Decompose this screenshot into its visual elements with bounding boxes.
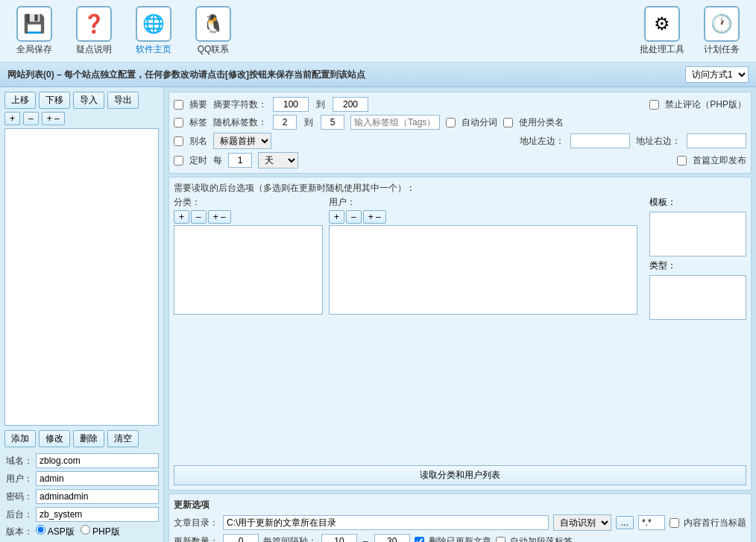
alias-checkbox[interactable] [174, 136, 183, 146]
asp-radio[interactable] [36, 525, 45, 535]
add-site-btn[interactable]: 添加 [4, 430, 36, 447]
title-first-checkbox[interactable] [670, 518, 679, 528]
addr-left-input[interactable] [570, 133, 630, 148]
count-row: 更新数量： 每篇间隔秒： – 删除已更新文章 自动加段落标签 [174, 534, 746, 542]
type-list[interactable] [649, 275, 746, 320]
user-remove-btn[interactable]: – [346, 210, 362, 224]
alias-select[interactable]: 标题首拼 自定义 [213, 133, 271, 149]
timer-value-input[interactable] [228, 153, 252, 168]
backend-label: 后台： [4, 508, 33, 521]
category-list[interactable] [174, 225, 323, 315]
addremove-icon-btn[interactable]: + – [42, 112, 65, 125]
batch-btn[interactable]: ⚙ 批处理工具 [640, 6, 684, 56]
php-radio-label[interactable]: PHP版 [81, 525, 120, 538]
remove-icon-btn[interactable]: – [23, 112, 39, 125]
interval-to-input[interactable] [374, 534, 410, 542]
auto-segment-checkbox[interactable] [446, 118, 456, 127]
home-btn[interactable]: 🌐 软件主页 [131, 6, 176, 56]
delete-updated-checkbox[interactable] [415, 537, 424, 543]
delete-updated-label: 删除已更新文章 [429, 535, 491, 543]
type-label: 类型： [649, 259, 746, 272]
user-list[interactable] [329, 225, 637, 315]
use-category-checkbox[interactable] [503, 118, 513, 127]
backend-input[interactable] [36, 507, 159, 522]
schedule-btn[interactable]: 🕐 计划任务 [699, 6, 744, 56]
summary-checkbox[interactable] [174, 100, 183, 110]
first-publish-label: 首篇立即发布 [693, 154, 746, 167]
summary-chars-label: 摘要字符数： [213, 98, 267, 111]
count-input[interactable] [223, 534, 259, 542]
user-addremove-btn[interactable]: + – [363, 210, 386, 224]
user-input[interactable] [36, 471, 159, 486]
modify-site-btn[interactable]: 修改 [39, 430, 70, 447]
tag-to-input[interactable] [321, 115, 344, 130]
category-col-btns: + – + – [174, 210, 323, 224]
site-list[interactable] [4, 128, 159, 426]
read-row: 分类： + – + – 用户： + – + – [174, 196, 746, 462]
php-radio[interactable] [81, 525, 90, 535]
password-input[interactable] [36, 489, 159, 504]
interval-dash: – [362, 536, 370, 542]
category-add-btn[interactable]: + [174, 210, 189, 224]
summary-to-input[interactable] [333, 97, 368, 112]
import-btn[interactable]: 导入 [73, 92, 104, 109]
read-list-btn[interactable]: 读取分类和用户列表 [174, 465, 746, 485]
user-add-btn[interactable]: + [329, 210, 344, 224]
asp-radio-label[interactable]: ASP版 [36, 525, 75, 538]
interval-from-input[interactable] [321, 534, 357, 542]
left-fields: 域名： 用户： 密码： 后台： 版本： ASP版 PHP版 [4, 453, 159, 542]
auto-detect-select[interactable]: 自动识别 [553, 514, 611, 531]
save-btn[interactable]: 💾 全局保存 [12, 6, 57, 56]
qq-btn[interactable]: 🐧 QQ联系 [191, 6, 236, 56]
timer-unit-select[interactable]: 天 小时 分钟 [258, 152, 298, 168]
help-btn[interactable]: ❓ 疑点说明 [72, 6, 116, 56]
tag-row: 标签 随机标签数： 到 自动分词 使用分类名 [174, 115, 746, 130]
access-select[interactable]: 访问方式1 访问方式2 访问方式3 [685, 66, 749, 83]
help-label: 疑点说明 [76, 43, 112, 56]
titlebar: 网站列表(0) – 每个站点独立配置，任何参数改动请点击[修改]按钮来保存当前配… [0, 63, 756, 87]
version-label: 版本： [4, 526, 33, 538]
alias-row: 别名 标题首拼 自定义 地址左边： 地址右边： [174, 133, 746, 149]
user-col-label: 用户： [329, 196, 637, 209]
read-label: 需要读取的后台选项（多选则在更新时随机使用其中一个）： [174, 182, 746, 195]
tag-group-input[interactable] [350, 115, 440, 130]
first-publish-checkbox[interactable] [677, 156, 687, 166]
user-row: 用户： [4, 471, 159, 486]
addr-right-input[interactable] [687, 133, 746, 148]
qq-label: QQ联系 [198, 43, 230, 56]
export-btn[interactable]: 导出 [107, 92, 139, 109]
icon-btns: + – + – [4, 112, 159, 125]
timer-row: 定时 每 天 小时 分钟 首篇立即发布 [174, 152, 746, 168]
wildcard-input[interactable] [638, 515, 665, 530]
domain-input[interactable] [36, 453, 159, 468]
dir-label: 文章目录： [174, 517, 218, 529]
browse-btn[interactable]: ... [616, 516, 634, 529]
timer-every-label: 每 [213, 154, 222, 167]
template-col: 模板： 类型： [649, 196, 746, 320]
tag-checkbox[interactable] [174, 118, 183, 127]
no-comment-checkbox[interactable] [649, 100, 659, 110]
move-up-btn[interactable]: 上移 [4, 92, 36, 109]
tag-from-input[interactable] [273, 115, 297, 130]
category-addremove-btn[interactable]: + – [208, 210, 231, 224]
category-col-label: 分类： [174, 196, 323, 209]
timer-checkbox[interactable] [174, 156, 183, 166]
home-label: 软件主页 [136, 43, 171, 56]
auto-paragraph-checkbox[interactable] [496, 537, 505, 543]
add-icon-btn[interactable]: + [4, 112, 20, 125]
clear-site-btn[interactable]: 清空 [107, 430, 139, 447]
version-radio-group: ASP版 PHP版 [36, 525, 120, 538]
template-list[interactable] [649, 212, 746, 256]
user-label: 用户： [4, 473, 33, 485]
move-down-btn[interactable]: 下移 [39, 92, 70, 109]
dir-input[interactable] [223, 515, 549, 530]
category-remove-btn[interactable]: – [191, 210, 207, 224]
update-section-title: 更新选项 [174, 499, 746, 511]
qq-icon: 🐧 [195, 6, 231, 42]
schedule-icon: 🕐 [704, 6, 740, 42]
delete-site-btn[interactable]: 删除 [73, 430, 104, 447]
interval-label: 每篇间隔秒： [263, 535, 317, 543]
summary-from-input[interactable] [273, 97, 309, 112]
read-section: 需要读取的后台选项（多选则在更新时随机使用其中一个）： 分类： + – + – … [168, 177, 752, 491]
tag-count-label: 随机标签数： [213, 116, 267, 129]
